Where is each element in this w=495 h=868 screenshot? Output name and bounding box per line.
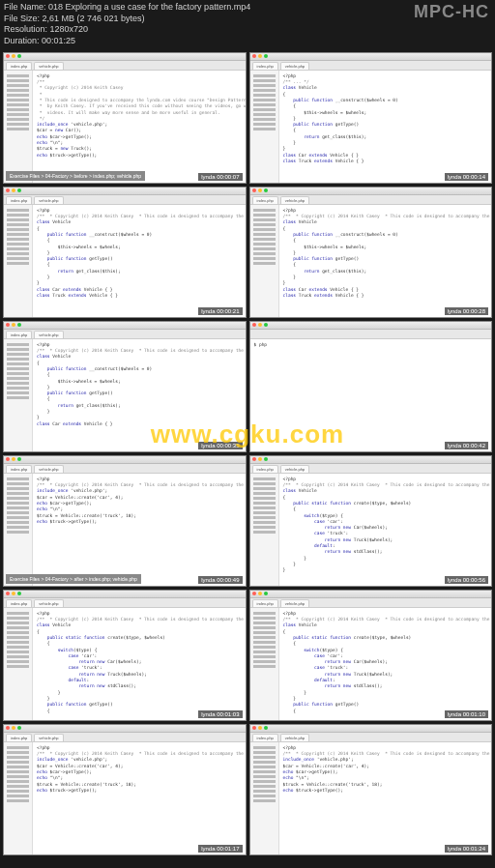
window-titlebar [250,322,492,330]
editor-tab: index.php [252,734,278,741]
editor-body: <?php/** * Copyright (c) 2014 Keith Case… [4,474,246,586]
editor-body: <?php/** ... */class Vehicle{ public fun… [250,71,492,183]
minimize-icon [12,323,15,327]
thumbnail[interactable]: index.phpvehicle.php<?php/** * Copyright… [3,52,247,184]
editor-tabs: index.phpvehicle.php [4,733,246,742]
thumbnail[interactable]: $ phplynda 00:00:42 [249,321,493,452]
editor-tabs: index.phpvehicle.php [250,195,492,205]
thumbnail[interactable]: index.phpvehicle.php<?php/** * Copyright… [249,724,493,855]
maximize-icon [17,726,21,730]
project-sidebar [4,608,33,720]
file-name-label: File Name: [4,2,46,12]
project-sidebar [4,339,33,451]
close-icon [6,726,10,730]
editor-tabs: index.phpvehicle.php [4,598,246,608]
maximize-icon [17,54,21,58]
minimize-icon [12,457,15,461]
minimize-icon [12,188,15,192]
maximize-icon [264,457,268,461]
code-editor: <?php/** * Copyright (c) 2014 Keith Case… [33,339,246,451]
editor-tabs: index.phpvehicle.php [250,464,492,474]
thumbnail[interactable]: index.phpvehicle.php<?php/** ... */class… [249,52,493,184]
file-size-value: 2,61 MB (2 746 021 bytes) [43,14,145,23]
editor-tab: index.php [252,599,278,607]
editor-tabs: index.phpvehicle.php [4,464,246,474]
thumbnail[interactable]: index.phpvehicle.php<?php/** * Copyright… [249,187,493,318]
duration-row: Duration: 00:01:25 [4,36,491,47]
editor-tab: vehicle.php [280,196,309,204]
close-icon [6,457,10,461]
code-editor: <?php/** * Copyright (c) 2014 Keith Case… [33,608,246,720]
code-editor: <?php/** * Copyright (c) 2014 Keith Case… [279,205,492,317]
timestamp-overlay: lynda 00:01:24 [445,845,488,853]
minimize-icon [12,726,15,730]
project-sidebar [4,205,33,317]
editor-tab: index.php [6,599,32,607]
thumbnail[interactable]: index.phpvehicle.php<?php/** * Copyright… [249,455,493,587]
code-editor: <?php/** * Copyright (c) 2014 Keith Case… [33,71,246,183]
editor-body: <?php/** * Copyright (c) 2014 Keith Case… [4,205,246,317]
file-name-value: 018 Exploring a use case for the factory… [48,2,250,12]
window-titlebar [250,456,492,464]
minimize-icon [258,726,262,730]
close-icon [252,592,256,595]
close-icon [6,188,10,192]
window-titlebar [4,188,246,195]
window-titlebar [4,725,246,733]
maximize-icon [17,592,21,595]
editor-tab: vehicle.php [280,465,309,473]
editor-body: $ php [250,339,492,451]
maximize-icon [17,323,21,327]
editor-tab: vehicle.php [34,734,63,741]
editor-tab: vehicle.php [34,62,63,70]
editor-body: <?php/** * Copyright (c) 2014 Keith Case… [4,71,246,183]
code-editor: <?php/** * Copyright (c) 2014 Keith Case… [279,608,492,720]
breadcrumb: Exercise Files > 04-Factory > before > i… [6,171,145,181]
duration-value: 00:01:25 [42,36,75,45]
timestamp-overlay: lynda 00:00:56 [445,576,488,584]
thumbnail[interactable]: index.phpvehicle.php<?php/** * Copyright… [3,590,247,721]
window-titlebar [4,591,246,598]
editor-tabs: index.phpvehicle.php [250,61,492,71]
timestamp-overlay: lynda 00:00:07 [198,173,242,181]
code-editor: <?php/** * Copyright (c) 2014 Keith Case… [279,474,492,586]
close-icon [252,726,256,730]
timestamp-overlay: lynda 00:00:42 [445,442,488,449]
minimize-icon [258,592,262,595]
thumbnail[interactable]: index.phpvehicle.php<?php/** * Copyright… [249,590,493,721]
window-titlebar [4,322,246,330]
duration-label: Duration: [4,36,40,45]
close-icon [6,323,10,327]
terminal-tabs [250,330,492,339]
project-sidebar [250,71,279,183]
timestamp-overlay: lynda 00:00:21 [198,307,242,315]
editor-tab: index.php [6,734,32,741]
window-titlebar [250,591,492,598]
editor-tabs: index.phpvehicle.php [4,195,246,205]
timestamp-overlay: lynda 00:00:35 [198,442,242,449]
project-sidebar [4,742,33,854]
window-titlebar [250,188,492,195]
editor-body: <?php/** * Copyright (c) 2014 Keith Case… [4,608,246,720]
editor-tab: index.php [6,331,32,338]
project-sidebar [250,608,279,720]
thumbnail[interactable]: index.phpvehicle.php<?php/** * Copyright… [3,321,247,452]
code-editor: <?php/** * Copyright (c) 2014 Keith Case… [279,742,492,854]
editor-tab: index.php [6,465,32,473]
resolution-label: Resolution: [4,24,47,34]
thumbnail[interactable]: index.phpvehicle.php<?php/** * Copyright… [3,724,247,855]
minimize-icon [258,188,262,192]
editor-body: <?php/** * Copyright (c) 2014 Keith Case… [4,339,246,451]
minimize-icon [258,54,262,58]
close-icon [252,323,256,327]
project-sidebar [250,742,279,854]
thumbnail[interactable]: index.phpvehicle.php<?php/** * Copyright… [3,187,247,318]
timestamp-overlay: lynda 00:01:03 [198,710,242,718]
editor-tabs: index.phpvehicle.php [250,733,492,742]
editor-tab: vehicle.php [34,331,63,338]
editor-body: <?php/** * Copyright (c) 2014 Keith Case… [250,205,492,317]
thumbnail[interactable]: index.phpvehicle.php<?php/** * Copyright… [3,455,247,587]
maximize-icon [264,188,268,192]
terminal-pane: $ php [250,339,492,451]
resolution-value: 1280x720 [50,24,89,34]
